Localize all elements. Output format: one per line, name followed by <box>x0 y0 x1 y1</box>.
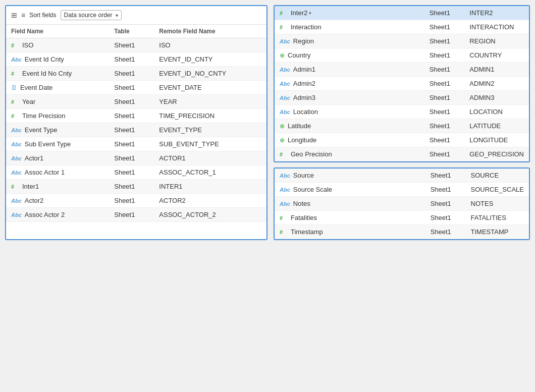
field-cell: Abc Source Scale <box>275 183 425 197</box>
remote-cell: COUNTRY <box>464 48 529 63</box>
sort-dropdown[interactable]: Data source order ▾ <box>61 10 122 20</box>
table-row[interactable]: Abc Event Id Cnty Sheet1 EVENT_ID_CNTY <box>6 52 266 67</box>
table-cell: Sheet1 <box>109 194 154 208</box>
remote-cell: TIMESTAMP <box>466 225 529 239</box>
table-row[interactable]: # Geo Precision Sheet1 GEO_PRECISION <box>275 147 529 161</box>
table-row[interactable]: # Timestamp Sheet1 TIMESTAMP <box>275 225 529 239</box>
remote-cell: FATALITIES <box>466 211 529 225</box>
field-dropdown[interactable]: Inter2 ▾ <box>291 9 311 17</box>
sort-dropdown-arrow: ▾ <box>116 13 118 18</box>
table-row[interactable]: # Event Id No Cnty Sheet1 EVENT_ID_NO_CN… <box>6 67 266 81</box>
table-row[interactable]: # Time Precision Sheet1 TIME_PRECISION <box>6 109 266 123</box>
remote-cell: INTERACTION <box>464 20 529 34</box>
table-row[interactable]: Abc Actor1 Sheet1 ACTOR1 <box>6 151 266 165</box>
table-cell: Sheet1 <box>424 48 465 63</box>
field-cell: ⊕ Country <box>275 48 424 63</box>
col-remote: Remote Field Name <box>154 25 266 38</box>
table-row[interactable]: # Inter1 Sheet1 INTER1 <box>6 180 266 194</box>
table-cell: Sheet1 <box>109 95 154 109</box>
left-panel: ⊞ ≡ Sort fields Data source order ▾ Fiel… <box>5 5 268 240</box>
col-table: Table <box>109 25 154 38</box>
remote-cell: LONGITUDE <box>464 133 529 147</box>
remote-cell: ADMIN1 <box>464 63 529 77</box>
grid-view-icon[interactable]: ⊞ <box>11 11 17 19</box>
field-cell: # Fatalities <box>275 211 425 225</box>
field-cell: Abc Sub Event Type <box>6 137 109 151</box>
table-row[interactable]: Abc Event Type Sheet1 EVENT_TYPE <box>6 123 266 137</box>
table-cell: Sheet1 <box>109 180 154 194</box>
fields-table: Field Name Table Remote Field Name # ISO… <box>6 25 266 222</box>
table-cell: Sheet1 <box>109 38 154 52</box>
table-row[interactable]: 🗓 Event Date Sheet1 EVENT_DATE <box>6 81 266 95</box>
table-row[interactable]: Abc Admin2 Sheet1 ADMIN2 <box>275 77 529 91</box>
table-row[interactable]: Abc Admin1 Sheet1 ADMIN1 <box>275 63 529 77</box>
table-row[interactable]: Abc Actor2 Sheet1 ACTOR2 <box>6 194 266 208</box>
table-cell: Sheet1 <box>109 137 154 151</box>
right-top-table: # Inter2 ▾ Sheet1 INTER2 # Interaction S… <box>275 6 529 161</box>
table-cell: Sheet1 <box>424 6 465 20</box>
field-cell: # Year <box>6 95 109 109</box>
remote-cell: NOTES <box>466 197 529 211</box>
sort-value: Data source order <box>64 12 113 19</box>
field-cell: # Inter1 <box>6 180 109 194</box>
table-row[interactable]: Abc Assoc Actor 1 Sheet1 ASSOC_ACTOR_1 <box>6 165 266 180</box>
remote-cell: EVENT_DATE <box>154 81 266 95</box>
table-row[interactable]: ⊕ Longitude Sheet1 LONGITUDE <box>275 133 529 147</box>
field-cell: Abc Actor1 <box>6 151 109 165</box>
table-row[interactable]: Abc Assoc Actor 2 Sheet1 ASSOC_ACTOR_2 <box>6 208 266 222</box>
field-cell: Abc Admin1 <box>275 63 424 77</box>
table-cell: Sheet1 <box>424 20 465 34</box>
field-cell: Abc Region <box>275 34 424 48</box>
table-cell: Sheet1 <box>425 197 466 211</box>
table-cell: Sheet1 <box>109 52 154 67</box>
table-row[interactable]: ⊕ Latitude Sheet1 LATITUDE <box>275 119 529 133</box>
remote-cell: LATITUDE <box>464 119 529 133</box>
table-row[interactable]: # Year Sheet1 YEAR <box>6 95 266 109</box>
remote-cell: ACTOR2 <box>154 194 266 208</box>
field-cell: 🗓 Event Date <box>6 81 109 95</box>
right-top-panel: # Inter2 ▾ Sheet1 INTER2 # Interaction S… <box>274 5 530 162</box>
field-cell: # ISO <box>6 38 109 52</box>
field-cell: Abc Actor2 <box>6 194 109 208</box>
table-cell: Sheet1 <box>109 123 154 137</box>
remote-cell: ISO <box>154 38 266 52</box>
table-cell: Sheet1 <box>109 165 154 180</box>
right-column: # Inter2 ▾ Sheet1 INTER2 # Interaction S… <box>274 5 530 240</box>
field-cell: # Inter2 ▾ <box>275 6 424 20</box>
remote-cell: TIME_PRECISION <box>154 109 266 123</box>
remote-cell: ACTOR1 <box>154 151 266 165</box>
list-view-icon[interactable]: ≡ <box>21 11 25 19</box>
table-cell: Sheet1 <box>425 183 466 197</box>
remote-cell: EVENT_ID_NO_CNTY <box>154 67 266 81</box>
remote-cell: EVENT_TYPE <box>154 123 266 137</box>
field-cell: ⊕ Longitude <box>275 133 424 147</box>
table-cell: Sheet1 <box>109 81 154 95</box>
table-cell: Sheet1 <box>109 151 154 165</box>
table-row[interactable]: Abc Notes Sheet1 NOTES <box>275 197 529 211</box>
remote-cell: SUB_EVENT_TYPE <box>154 137 266 151</box>
table-cell: Sheet1 <box>425 169 466 183</box>
table-row[interactable]: Abc Location Sheet1 LOCATION <box>275 105 529 119</box>
table-row[interactable]: Abc Sub Event Type Sheet1 SUB_EVENT_TYPE <box>6 137 266 151</box>
table-row[interactable]: Abc Source Sheet1 SOURCE <box>275 169 529 183</box>
field-cell: ⊕ Latitude <box>275 119 424 133</box>
table-cell: Sheet1 <box>425 225 466 239</box>
table-cell: Sheet1 <box>424 105 465 119</box>
table-row[interactable]: # Fatalities Sheet1 FATALITIES <box>275 211 529 225</box>
table-row[interactable]: Abc Region Sheet1 REGION <box>275 34 529 48</box>
remote-cell: REGION <box>464 34 529 48</box>
table-row[interactable]: # ISO Sheet1 ISO <box>6 38 266 52</box>
right-bottom-table: Abc Source Sheet1 SOURCE Abc Source Scal… <box>275 169 529 239</box>
table-row[interactable]: # Interaction Sheet1 INTERACTION <box>275 20 529 34</box>
table-cell: Sheet1 <box>109 67 154 81</box>
table-cell: Sheet1 <box>424 133 465 147</box>
table-cell: Sheet1 <box>425 211 466 225</box>
field-cell: # Time Precision <box>6 109 109 123</box>
table-row[interactable]: ⊕ Country Sheet1 COUNTRY <box>275 48 529 63</box>
table-row[interactable]: Abc Admin3 Sheet1 ADMIN3 <box>275 91 529 105</box>
table-cell: Sheet1 <box>109 109 154 123</box>
field-cell: # Timestamp <box>275 225 425 239</box>
table-cell: Sheet1 <box>424 77 465 91</box>
table-row[interactable]: # Inter2 ▾ Sheet1 INTER2 <box>275 6 529 20</box>
table-row[interactable]: Abc Source Scale Sheet1 SOURCE_SCALE <box>275 183 529 197</box>
